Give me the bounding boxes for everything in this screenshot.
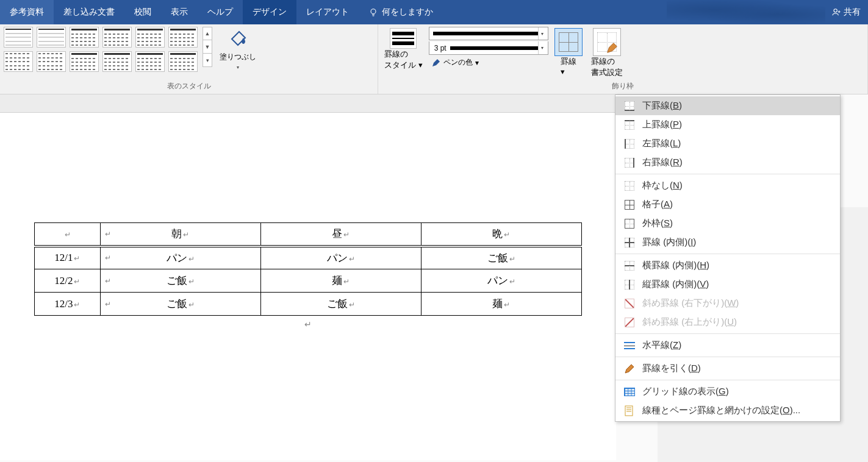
paint-bucket-icon bbox=[227, 28, 249, 50]
gallery-more[interactable]: ▾ bbox=[203, 54, 212, 67]
table-style-swatch[interactable] bbox=[4, 27, 33, 48]
table-style-swatch[interactable] bbox=[4, 51, 33, 72]
table-styles-group-label: 表のスタイル bbox=[4, 80, 374, 94]
borders-icon bbox=[554, 28, 583, 56]
paragraph-mark: ↵ bbox=[34, 319, 582, 329]
lightbulb-icon bbox=[368, 7, 378, 17]
table-style-gallery: ▲ ▼ ▾ 塗りつぶし▾ bbox=[4, 27, 260, 73]
tell-me-search[interactable]: 何をしますか bbox=[359, 0, 443, 24]
border-style-label: 罫線の スタイル bbox=[384, 49, 416, 69]
cell: 晩 bbox=[492, 228, 503, 240]
table-style-swatch[interactable] bbox=[168, 27, 198, 48]
share-button[interactable]: 共有 bbox=[824, 0, 868, 24]
cell: ご飯 bbox=[167, 298, 187, 310]
fill-label: 塗りつぶし bbox=[220, 52, 256, 61]
borders-dropdown-menu: 下罫線(B) 上罫線(P) 左罫線(L) 右罫線(R) 枠なし(N) 格子(A)… bbox=[615, 94, 841, 422]
svg-point-1 bbox=[834, 9, 837, 12]
tab-help[interactable]: ヘルプ bbox=[198, 0, 243, 24]
menu-right-border[interactable]: 右罫線(R) bbox=[615, 153, 840, 172]
menu-all-borders[interactable]: 格子(A) bbox=[615, 195, 840, 214]
cell: 12/2 bbox=[54, 275, 73, 286]
menu-view-gridlines[interactable]: グリッド線の表示(G) bbox=[615, 382, 840, 401]
menu-inside-vertical[interactable]: 縦罫線 (内側)(V) bbox=[615, 275, 840, 294]
cell: 12/1 bbox=[54, 252, 73, 263]
cell: 朝 bbox=[171, 228, 182, 240]
border-style-button[interactable]: 罫線の スタイル ▾ bbox=[382, 27, 425, 72]
fill-button[interactable]: 塗りつぶし▾ bbox=[216, 27, 260, 73]
pen-weight-value: 3 pt bbox=[434, 44, 447, 52]
table-row[interactable]: 12/1↵↵ パン↵ パン↵ ご飯↵ bbox=[35, 246, 582, 269]
menu-accel: B bbox=[673, 100, 679, 110]
svg-rect-2 bbox=[625, 406, 633, 416]
cell: ご飯 bbox=[327, 298, 348, 310]
share-icon bbox=[831, 7, 841, 17]
cell: ご飯 bbox=[167, 275, 187, 286]
pen-style-selector[interactable]: ▾ bbox=[429, 27, 548, 40]
cell: 麺 bbox=[332, 275, 342, 286]
menu-inside-horizontal[interactable]: 横罫線 (内側)(H) bbox=[615, 256, 840, 275]
border-style-preview bbox=[390, 28, 417, 49]
menu-horizontal-line[interactable]: 水平線(Z) bbox=[615, 336, 840, 355]
cell: 昼 bbox=[332, 228, 342, 240]
table-style-swatch[interactable] bbox=[70, 27, 99, 48]
table-style-swatch[interactable] bbox=[70, 51, 99, 72]
menu-diagonal-down: 斜め罫線 (右下がり)(W) bbox=[615, 294, 840, 313]
table-style-swatch[interactable] bbox=[135, 51, 165, 72]
pen-color-button[interactable]: ペンの色 ▾ bbox=[429, 56, 548, 69]
table-row[interactable]: ↵↵ 朝↵ 昼↵ 晩↵ bbox=[35, 223, 582, 246]
document-page[interactable]: ↵↵ 朝↵ 昼↵ 晩↵ 12/1↵↵ パン↵ パン↵ ご飯↵ 12/2↵↵ ご飯… bbox=[0, 113, 616, 460]
borders-group: 罫線の スタイル ▾ ▾ 3 pt ▾ ペンの色 ▾ 罫線▾ bbox=[378, 24, 868, 94]
pen-color-label: ペンの色 bbox=[443, 57, 473, 68]
border-painter-label: 罫線の 書式設定 bbox=[591, 56, 623, 78]
table-styles-group: ▲ ▼ ▾ 塗りつぶし▾ 表のスタイル bbox=[0, 24, 378, 94]
borders-split-button[interactable]: 罫線▾ bbox=[552, 27, 585, 77]
cell: 12/3 bbox=[54, 298, 73, 310]
share-label: 共有 bbox=[844, 7, 861, 18]
svg-point-0 bbox=[371, 9, 376, 14]
cell: パン bbox=[327, 252, 348, 264]
borders-label: 罫線 bbox=[561, 57, 576, 66]
menu-draw-border[interactable]: 罫線を引く(D) bbox=[615, 359, 840, 378]
tab-layout[interactable]: レイアウト bbox=[296, 0, 359, 24]
menu-bottom-border[interactable]: 下罫線(B) bbox=[615, 96, 840, 115]
menu-borders-dialog[interactable]: 線種とページ罫線と網かけの設定(O)... bbox=[615, 401, 840, 420]
menu-no-border[interactable]: 枠なし(N) bbox=[615, 176, 840, 195]
table-style-swatch[interactable] bbox=[135, 27, 165, 48]
table-style-swatch[interactable] bbox=[37, 51, 66, 72]
table-row[interactable]: 12/2↵↵ ご飯↵ 麺↵ パン↵ bbox=[35, 269, 582, 293]
tab-review[interactable]: 校閲 bbox=[124, 0, 161, 24]
table-style-swatch[interactable] bbox=[168, 51, 198, 72]
content-table[interactable]: ↵↵ 朝↵ 昼↵ 晩↵ 12/1↵↵ パン↵ パン↵ ご飯↵ 12/2↵↵ ご飯… bbox=[34, 222, 582, 316]
table-style-swatch[interactable] bbox=[37, 27, 66, 48]
tab-design[interactable]: デザイン bbox=[243, 0, 296, 24]
menu-outside-borders[interactable]: 外枠(S) bbox=[615, 214, 840, 233]
menu-left-border[interactable]: 左罫線(L) bbox=[615, 134, 840, 153]
cell: パン bbox=[487, 275, 508, 286]
borders-group-label: 飾り枠 bbox=[382, 80, 864, 94]
page-border-icon bbox=[624, 405, 635, 416]
tab-view[interactable]: 表示 bbox=[161, 0, 198, 24]
tell-me-label: 何をしますか bbox=[382, 7, 433, 18]
tab-references[interactable]: 参考資料 bbox=[0, 0, 54, 24]
titlebar: 参考資料 差し込み文書 校閲 表示 ヘルプ デザイン レイアウト 何をしますか … bbox=[0, 0, 868, 24]
menu-label: 下罫線 bbox=[642, 100, 670, 110]
cell: パン bbox=[167, 252, 187, 264]
border-painter-icon bbox=[593, 28, 621, 56]
menu-top-border[interactable]: 上罫線(P) bbox=[615, 115, 840, 134]
table-style-swatch[interactable] bbox=[102, 27, 132, 48]
pen-icon bbox=[431, 58, 441, 68]
pen-weight-selector[interactable]: 3 pt ▾ bbox=[429, 41, 548, 55]
menu-inside-borders[interactable]: 罫線 (内側)(I) bbox=[615, 233, 840, 252]
table-style-swatch[interactable] bbox=[102, 51, 132, 72]
menu-diagonal-up: 斜め罫線 (右上がり)(U) bbox=[615, 313, 840, 332]
ribbon: ▲ ▼ ▾ 塗りつぶし▾ 表のスタイル 罫線の スタイル ▾ ▾ 3 bbox=[0, 24, 868, 94]
cell: 麺 bbox=[492, 298, 503, 310]
pencil-icon bbox=[624, 363, 635, 374]
gallery-scroll-up[interactable]: ▲ bbox=[203, 27, 212, 40]
border-painter-button[interactable]: 罫線の 書式設定 bbox=[589, 27, 625, 79]
cell: ご飯 bbox=[487, 252, 508, 264]
gallery-scroll-down[interactable]: ▼ bbox=[203, 40, 212, 54]
table-row[interactable]: 12/3↵↵ ご飯↵ ご飯↵ 麺↵ bbox=[35, 293, 582, 316]
tab-mailings[interactable]: 差し込み文書 bbox=[54, 0, 124, 24]
